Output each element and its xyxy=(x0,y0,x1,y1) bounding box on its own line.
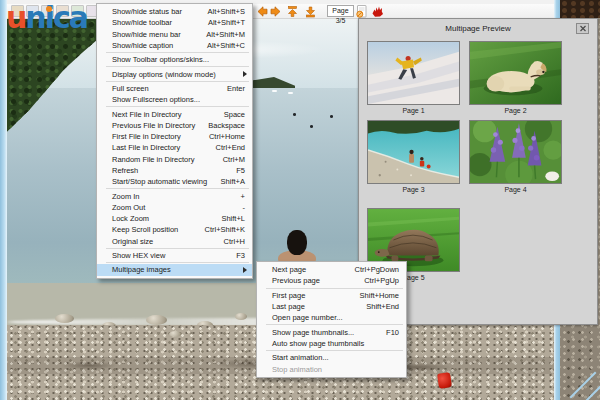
menu-item-label: Start/Stop automatic viewing xyxy=(112,177,207,186)
menu-item[interactable]: Start/Stop automatic viewing Shift+A xyxy=(97,176,252,187)
submenu-item[interactable]: Stop animation xyxy=(257,363,406,374)
menu-item-shortcut: + xyxy=(241,192,245,201)
photo-swimmer-dot xyxy=(293,113,296,116)
menu-item[interactable]: Show HEX view F3 xyxy=(97,250,252,261)
menu-item[interactable]: Last File in Directory Ctrl+End xyxy=(97,142,252,153)
menu-item[interactable]: Multipage images xyxy=(97,264,252,275)
submenu-item-label: Show page thumbnails... xyxy=(272,328,354,337)
menu-item-label: First File in Directory xyxy=(112,132,181,141)
photo-boat xyxy=(272,90,277,92)
photo-swimmer-dot xyxy=(330,115,333,118)
page-thumbnail[interactable]: Page 1 xyxy=(367,41,462,114)
previous-page-icon[interactable] xyxy=(256,5,269,18)
menu-item-label: Zoom In xyxy=(112,192,140,201)
menu-item[interactable]: Show/hide caption Alt+Shift+C xyxy=(97,40,252,51)
menu-item[interactable]: Lock Zoom Shift+L xyxy=(97,213,252,224)
page-thumbnail-image xyxy=(367,41,460,105)
menu-item[interactable]: Keep Scroll position Ctrl+Shift+K xyxy=(97,224,252,235)
menu-item[interactable]: Original size Ctrl+H xyxy=(97,236,252,247)
menu-item-shortcut: Space xyxy=(224,110,245,119)
last-page-icon[interactable] xyxy=(304,5,317,18)
page-thumbnail[interactable]: Page 2 xyxy=(469,41,564,114)
menu-item-shortcut: Alt+Shift+M xyxy=(206,30,245,39)
first-page-icon[interactable] xyxy=(286,5,299,18)
submenu-item[interactable]: Open page number... xyxy=(257,312,406,323)
page-thumbnail-image xyxy=(469,41,562,105)
submenu-item[interactable]: Start animation... xyxy=(257,352,406,363)
window-border-left xyxy=(0,0,7,400)
view-menu: Show/hide status bar Alt+Shift+S Show/hi… xyxy=(96,3,253,279)
stop-animation-icon[interactable] xyxy=(371,5,384,18)
menu-item-label: Refresh xyxy=(112,166,138,175)
menu-item[interactable]: Random File in Directory Ctrl+M xyxy=(97,154,252,165)
page-thumbnail-label: Page 2 xyxy=(469,107,562,114)
menu-item[interactable]: Previous File in Directory Backspace xyxy=(97,120,252,131)
menu-item-label: Original size xyxy=(112,237,153,246)
submenu-item-label: Stop animation xyxy=(272,365,322,374)
logo-letter: u xyxy=(6,3,25,33)
menu-item[interactable]: Show/hide toolbar Alt+Shift+T xyxy=(97,17,252,28)
submenu-item-label: Start animation... xyxy=(272,353,329,362)
menu-item[interactable]: Next File in Directory Space xyxy=(97,108,252,119)
menu-item-shortcut: Alt+Shift+T xyxy=(208,18,245,27)
menu-item-shortcut: Ctrl+Home xyxy=(209,132,245,141)
submenu-item-label: Next page xyxy=(272,265,306,274)
submenu-item-label: Previous page xyxy=(272,276,320,285)
submenu-item-label: Last page xyxy=(272,302,305,311)
page-thumbnail-image xyxy=(469,120,562,184)
submenu-item-shortcut: Shift+Home xyxy=(360,291,399,300)
screenshot-root: FileEditImageOptionsViewHelp Page 3/5 xyxy=(0,0,600,400)
photo-stone xyxy=(169,331,181,337)
menu-item-label: Zoom Out xyxy=(112,203,145,212)
submenu-item[interactable]: Auto show page thumbnails xyxy=(257,338,406,349)
menu-item[interactable]: Show Toolbar options/skins... xyxy=(97,54,252,65)
submenu-item[interactable]: Show page thumbnails... F10 xyxy=(257,326,406,337)
menu-item-shortcut: Shift+L xyxy=(221,214,245,223)
page-thumbnail[interactable]: Page 4 xyxy=(469,120,564,193)
submenu-item-shortcut: F10 xyxy=(386,328,399,337)
menu-item[interactable]: First File in Directory Ctrl+Home xyxy=(97,131,252,142)
menu-item-shortcut: Ctrl+M xyxy=(223,155,245,164)
menu-item-shortcut: Alt+Shift+S xyxy=(207,7,245,16)
menu-item[interactable]: Zoom Out - xyxy=(97,202,252,213)
photo-swimmer-head xyxy=(287,230,307,255)
submenu-item[interactable]: Next page Ctrl+PgDown xyxy=(257,264,406,275)
next-page-icon[interactable] xyxy=(269,5,282,18)
page-thumbnail[interactable]: Page 3 xyxy=(367,120,462,193)
submenu-item-label: Auto show page thumbnails xyxy=(272,339,364,348)
goto-page-icon[interactable] xyxy=(355,5,368,18)
page-indicator[interactable]: Page 3/5 xyxy=(327,5,354,17)
menu-item[interactable]: Show/hide status bar Alt+Shift+S xyxy=(97,6,252,17)
menu-item-label: Next File in Directory xyxy=(112,110,182,119)
photo-stone xyxy=(235,313,247,320)
photo-boat xyxy=(288,92,293,94)
logo-letter: n xyxy=(25,3,44,33)
unica-logo: unica xyxy=(6,3,87,33)
menu-item-shortcut: F3 xyxy=(236,251,245,260)
submenu-item[interactable]: Previous page Ctrl+PgUp xyxy=(257,275,406,286)
menu-item-label: Random File in Directory xyxy=(112,155,195,164)
menu-item-label: Show HEX view xyxy=(112,251,165,260)
menu-item-label: Show Toolbar options/skins... xyxy=(112,55,209,64)
menu-item[interactable]: Zoom In + xyxy=(97,190,252,201)
menu-item[interactable]: Full screen Enter xyxy=(97,83,252,94)
menu-item-label: Multipage images xyxy=(112,265,171,274)
photo-red-object xyxy=(437,372,452,389)
submenu-item-shortcut: Ctrl+PgDown xyxy=(355,265,399,274)
menu-item[interactable]: Refresh F5 xyxy=(97,165,252,176)
page-thumbnail-image xyxy=(367,120,460,184)
logo-letter: a xyxy=(69,3,87,33)
photo-stone xyxy=(146,315,167,325)
menu-item[interactable]: Show Fullscreen options... xyxy=(97,94,252,105)
menu-item-label: Lock Zoom xyxy=(112,214,149,223)
menu-item-label: Display options (window mode) xyxy=(112,70,216,79)
submenu-item[interactable]: First page Shift+Home xyxy=(257,290,406,301)
page-thumbnail-label: Page 3 xyxy=(367,186,460,193)
photo-stone xyxy=(55,314,74,323)
logo-letter: i xyxy=(45,3,53,33)
submenu-item-shortcut: Ctrl+PgUp xyxy=(364,276,399,285)
menu-item[interactable]: Show/hide menu bar Alt+Shift+M xyxy=(97,29,252,40)
submenu-item[interactable]: Last page Shift+End xyxy=(257,301,406,312)
menu-item-shortcut: - xyxy=(243,203,246,212)
menu-item[interactable]: Display options (window mode) xyxy=(97,68,252,79)
